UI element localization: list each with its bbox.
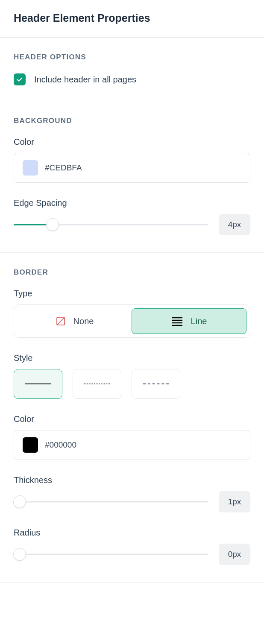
- border-type-label: Type: [14, 289, 250, 299]
- bg-color-picker[interactable]: #CEDBFA: [14, 153, 250, 183]
- border-type-segmented: None Line: [14, 304, 250, 338]
- header-options-heading: HEADER OPTIONS: [14, 53, 250, 61]
- include-header-label: Include header in all pages: [34, 75, 136, 85]
- slider-track-bg: [14, 554, 208, 555]
- slider-thumb[interactable]: [13, 548, 26, 561]
- edge-spacing-value: 4px: [219, 214, 250, 235]
- bg-color-label: Color: [14, 137, 250, 147]
- dashed-line-icon: [143, 383, 169, 384]
- border-color-value: #000000: [45, 440, 76, 450]
- radius-slider[interactable]: [14, 547, 208, 562]
- lines-icon: [171, 316, 183, 326]
- radius-value: 0px: [219, 544, 250, 565]
- slider-track-bg: [14, 501, 208, 503]
- include-header-checkbox[interactable]: [14, 73, 26, 85]
- section-border: BORDER Type None Line: [0, 253, 264, 583]
- border-type-line-label: Line: [191, 316, 207, 326]
- thickness-value: 1px: [219, 491, 250, 512]
- radius-label: Radius: [14, 528, 250, 538]
- page-title: Header Element Properties: [0, 0, 264, 37]
- border-type-line-button[interactable]: Line: [132, 308, 246, 334]
- border-color-swatch: [23, 437, 38, 453]
- none-icon: [56, 316, 66, 326]
- border-style-dashed-button[interactable]: [132, 369, 180, 399]
- thickness-label: Thickness: [14, 475, 250, 485]
- bg-color-value: #CEDBFA: [45, 163, 82, 173]
- slider-thumb[interactable]: [46, 218, 59, 231]
- section-header-options: HEADER OPTIONS Include header in all pag…: [0, 38, 264, 101]
- slider-thumb[interactable]: [13, 495, 26, 508]
- border-type-none-label: None: [73, 316, 94, 326]
- edge-spacing-slider[interactable]: [14, 217, 208, 232]
- edge-spacing-label: Edge Spacing: [14, 198, 250, 208]
- section-background: BACKGROUND Color #CEDBFA Edge Spacing 4p…: [0, 101, 264, 253]
- include-header-row: Include header in all pages: [14, 73, 250, 85]
- svg-line-1: [57, 318, 64, 325]
- border-style-dotted-button[interactable]: [73, 369, 121, 399]
- border-color-picker[interactable]: #000000: [14, 430, 250, 460]
- background-heading: BACKGROUND: [14, 117, 250, 125]
- border-type-none-button[interactable]: None: [18, 308, 132, 334]
- border-style-label: Style: [14, 353, 250, 363]
- bg-color-swatch: [23, 160, 38, 176]
- solid-line-icon: [25, 383, 51, 384]
- check-icon: [16, 76, 23, 83]
- thickness-slider[interactable]: [14, 494, 208, 509]
- radius-row: 0px: [14, 544, 250, 565]
- border-style-solid-button[interactable]: [14, 369, 62, 399]
- dotted-line-icon: [84, 383, 110, 384]
- thickness-row: 1px: [14, 491, 250, 512]
- border-style-row: [14, 369, 250, 399]
- border-color-label: Color: [14, 414, 250, 424]
- border-heading: BORDER: [14, 268, 250, 277]
- edge-spacing-row: 4px: [14, 214, 250, 235]
